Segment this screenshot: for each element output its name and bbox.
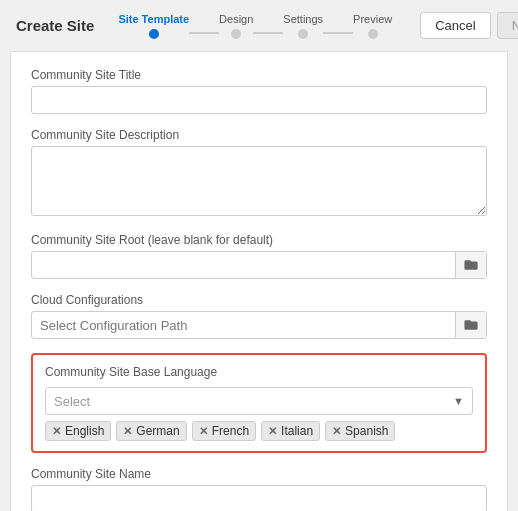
description-input[interactable] [31,146,487,216]
remove-italian-button[interactable]: ✕ [268,426,277,437]
remove-english-button[interactable]: ✕ [52,426,61,437]
name-input[interactable] [31,485,487,511]
header: Create Site Site Template Design Setting… [0,0,518,51]
step-2-label: Design [219,13,253,25]
tag-german-label: German [136,424,179,438]
root-label: Community Site Root (leave blank for def… [31,233,487,247]
root-field-group: Community Site Root (leave blank for def… [31,233,487,279]
tag-italian: ✕ Italian [261,421,320,441]
step-2: Design [219,13,253,39]
title-field-group: Community Site Title [31,68,487,114]
folder-icon [464,258,478,272]
cloud-label: Cloud Configurations [31,293,487,307]
next-button[interactable]: Next [497,12,518,39]
language-select-placeholder: Select [54,394,90,409]
step-1-label: Site Template [118,13,189,25]
step-line-1 [189,32,219,34]
step-3-label: Settings [283,13,323,25]
step-line-3 [323,32,353,34]
root-input-wrapper [31,251,487,279]
cloud-input[interactable] [32,314,455,337]
step-2-dot [231,29,241,39]
step-1-dot [149,29,159,39]
cloud-field-group: Cloud Configurations [31,293,487,339]
selected-languages: ✕ English ✕ German ✕ French ✕ Italian ✕ [45,421,473,441]
chevron-down-icon: ▼ [453,395,464,407]
cloud-folder-icon [464,318,478,332]
tag-italian-label: Italian [281,424,313,438]
cancel-button[interactable]: Cancel [420,12,490,39]
description-field-group: Community Site Description [31,128,487,219]
step-3: Settings [283,13,323,39]
remove-spanish-button[interactable]: ✕ [332,426,341,437]
name-field-group: Community Site Name [31,467,487,511]
tag-spanish: ✕ Spanish [325,421,395,441]
step-line-2 [253,32,283,34]
page-container: Create Site Site Template Design Setting… [0,0,518,511]
title-input[interactable] [31,86,487,114]
tag-french: ✕ French [192,421,256,441]
step-4-dot [368,29,378,39]
tag-english: ✕ English [45,421,111,441]
tag-spanish-label: Spanish [345,424,388,438]
step-4-label: Preview [353,13,392,25]
tag-french-label: French [212,424,249,438]
cloud-browse-button[interactable] [455,312,486,338]
root-input[interactable] [32,254,455,277]
language-label: Community Site Base Language [45,365,473,379]
main-content: Community Site Title Community Site Desc… [10,51,508,511]
language-dropdown-wrapper: Select ▼ [45,387,473,415]
tag-german: ✕ German [116,421,186,441]
language-section: Community Site Base Language Select ▼ ✕ … [31,353,487,453]
name-label: Community Site Name [31,467,487,481]
page-title: Create Site [16,17,94,34]
header-actions: Cancel Next [420,12,518,39]
remove-french-button[interactable]: ✕ [199,426,208,437]
tag-english-label: English [65,424,104,438]
description-label: Community Site Description [31,128,487,142]
step-4: Preview [353,13,392,39]
language-select[interactable]: Select ▼ [45,387,473,415]
root-browse-button[interactable] [455,252,486,278]
steps-container: Site Template Design Settings Preview [118,13,392,39]
step-1: Site Template [118,13,189,39]
cloud-input-wrapper [31,311,487,339]
step-3-dot [298,29,308,39]
remove-german-button[interactable]: ✕ [123,426,132,437]
title-label: Community Site Title [31,68,487,82]
